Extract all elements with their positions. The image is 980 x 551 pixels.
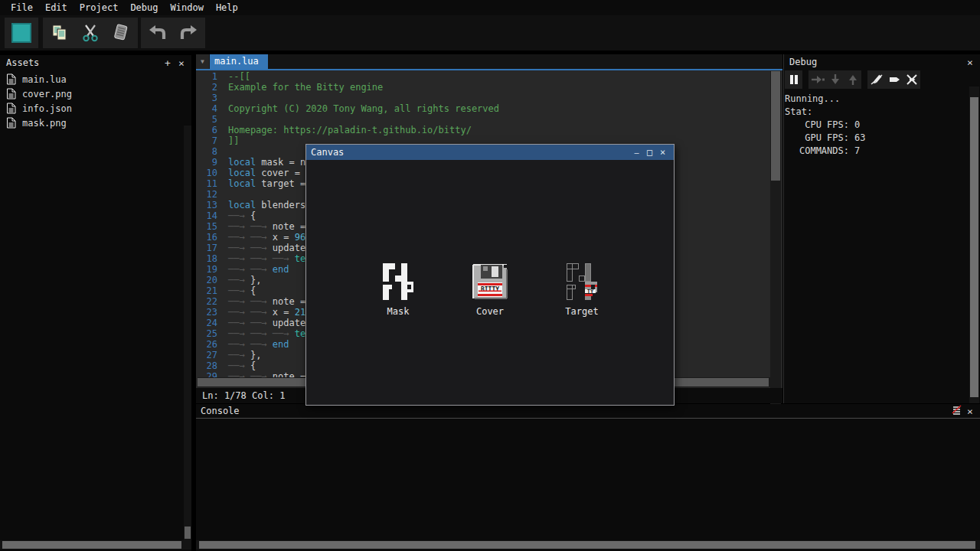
edit-breakpoints-button[interactable]	[868, 71, 884, 88]
debug-group-step	[808, 70, 861, 89]
code-text: ──→ ──→ note =	[222, 371, 311, 377]
breakpoint-button[interactable]	[886, 71, 902, 88]
pencil-slash-icon	[871, 74, 883, 85]
code-text	[222, 93, 228, 103]
menu-debug[interactable]: Debug	[124, 2, 164, 13]
add-asset-button[interactable]: +	[161, 57, 175, 69]
stat-row: GPU FPS:63	[785, 132, 968, 145]
editor-vertical-scrollbar[interactable]	[770, 71, 781, 430]
code-text: Example for the Bitty engine	[222, 82, 383, 93]
code-line[interactable]: 2Example for the Bitty engine	[196, 82, 770, 93]
menu-window[interactable]: Window	[165, 2, 210, 13]
asset-item-info-json[interactable]: info.json	[0, 101, 191, 116]
redo-button[interactable]	[175, 19, 202, 47]
menu-file[interactable]: File	[5, 2, 39, 13]
code-line[interactable]: 6Homepage: https://paladin-t.github.io/b…	[196, 125, 770, 135]
file-icon	[6, 117, 16, 129]
canvas-viewport: MaskBITTYCoverTYTarget	[306, 160, 674, 405]
canvas-title-bar[interactable]: Canvas — □ ×	[306, 145, 674, 160]
close-icon[interactable]: ×	[656, 147, 669, 158]
assets-close-button[interactable]: ×	[175, 57, 188, 69]
debug-vertical-scrollbar[interactable]	[969, 86, 979, 403]
code-text: Homepage: https://paladin-t.github.io/bi…	[222, 125, 472, 135]
code-text: ──→ ──→ x = 216,	[222, 307, 317, 318]
editor-vertical-scroll-thumb[interactable]	[771, 71, 780, 181]
canvas-sprite-target: TYTarget	[545, 263, 619, 317]
cut-button[interactable]	[77, 19, 104, 47]
code-text: ──→ },	[222, 350, 261, 360]
code-line[interactable]: 4Copyright (C) 2020 Tony Wang, all right…	[196, 103, 770, 114]
tab-list-dropdown-button[interactable]: ▼	[196, 54, 209, 69]
asset-filename: info.json	[22, 103, 72, 114]
undo-button[interactable]	[144, 19, 172, 47]
console-horizontal-scrollbar[interactable]	[196, 540, 980, 549]
stat-row: COMMANDS:7	[785, 145, 968, 158]
asset-item-cover-png[interactable]: cover.png	[0, 86, 191, 101]
code-line[interactable]: 5	[196, 114, 770, 125]
code-line[interactable]: 1--[[	[196, 71, 770, 82]
copy-button[interactable]	[46, 19, 74, 47]
bitty-engine-window: File Edit Project Debug Window Help	[0, 0, 980, 551]
assets-horizontal-scrollbar[interactable]	[0, 540, 191, 549]
line-number: 7	[196, 135, 222, 146]
code-line[interactable]: 3	[196, 93, 770, 103]
debug-stat-list: CPU FPS:0GPU FPS:63COMMANDS:7	[785, 119, 968, 158]
assets-vertical-scrollbar[interactable]	[184, 126, 191, 540]
asset-item-main-lua[interactable]: main.lua	[0, 72, 191, 86]
code-text: ]]	[222, 135, 239, 146]
run-button[interactable]	[8, 19, 35, 47]
toolbar-group-run	[5, 18, 38, 48]
debug-close-button[interactable]: ×	[963, 57, 977, 68]
line-number: 27	[196, 350, 222, 360]
breakpoint-cross-icon	[906, 74, 918, 85]
clear-breakpoints-button[interactable]	[903, 71, 920, 88]
code-text: ──→ ──→ end	[222, 339, 289, 350]
line-number: 14	[196, 210, 222, 221]
step-out-button	[844, 71, 861, 88]
main-toolbar	[0, 15, 980, 51]
line-number: 20	[196, 275, 222, 285]
console-close-button[interactable]: ×	[963, 406, 977, 417]
asset-filename: main.lua	[22, 74, 67, 85]
code-text: ──→ ──→ ──→ te	[222, 253, 305, 264]
cut-icon	[80, 23, 100, 43]
asset-filename: mask.png	[22, 118, 67, 129]
clear-console-button[interactable]	[949, 405, 963, 417]
stat-label: COMMANDS:	[785, 145, 849, 158]
undo-icon	[148, 23, 168, 43]
sprite-label: Cover	[453, 306, 527, 317]
svg-text:BITTY: BITTY	[481, 286, 499, 293]
eraser-button[interactable]	[107, 19, 135, 47]
line-number: 23	[196, 307, 222, 318]
stat-value: 7	[854, 145, 860, 158]
assets-horizontal-scroll-thumb[interactable]	[2, 541, 181, 549]
menu-project[interactable]: Project	[74, 2, 125, 13]
debug-vertical-scroll-thumb[interactable]	[970, 97, 978, 397]
tab-main-lua[interactable]: main.lua	[210, 54, 268, 69]
pause-button[interactable]	[786, 71, 802, 88]
minimize-icon[interactable]: —	[630, 148, 643, 157]
assets-vertical-scroll-thumb[interactable]	[185, 527, 191, 539]
maximize-icon[interactable]: □	[643, 147, 656, 158]
line-number: 10	[196, 168, 222, 178]
debug-output: Running... Stat: CPU FPS:0GPU FPS:63COMM…	[785, 93, 968, 158]
line-number: 1	[196, 71, 222, 82]
step-into-icon	[830, 74, 841, 85]
sprite-label: Mask	[361, 306, 435, 317]
code-text: ──→ {	[222, 210, 256, 221]
code-text	[222, 114, 228, 125]
line-number: 21	[196, 285, 222, 296]
menu-bar: File Edit Project Debug Window Help	[0, 0, 980, 15]
asset-item-mask-png[interactable]: mask.png	[0, 116, 191, 130]
menu-edit[interactable]: Edit	[39, 2, 74, 13]
asset-filename: cover.png	[22, 89, 72, 99]
copy-icon	[50, 23, 70, 43]
menu-help[interactable]: Help	[210, 2, 244, 13]
line-number: 9	[196, 157, 222, 168]
console-panel: Console ×	[196, 404, 980, 551]
console-horizontal-scroll-thumb[interactable]	[199, 541, 975, 549]
code-text: local mask = nil	[222, 157, 317, 168]
run-icon	[11, 23, 31, 43]
code-text: ──→ {	[222, 285, 256, 296]
assets-panel: Assets + × main.luacover.pnginfo.jsonmas…	[0, 55, 191, 551]
